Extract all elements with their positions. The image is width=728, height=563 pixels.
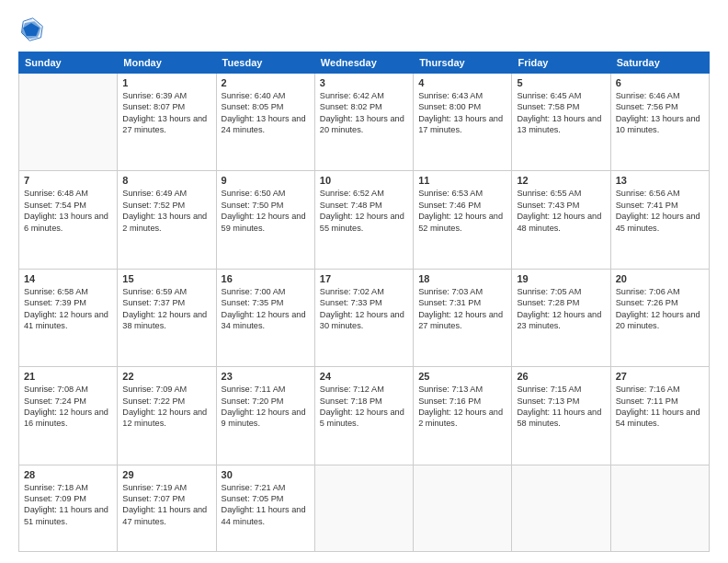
calendar-cell: 30Sunrise: 7:21 AMSunset: 7:05 PMDayligh… [216,465,314,551]
calendar-cell: 5Sunrise: 6:45 AMSunset: 7:58 PMDaylight… [512,74,610,171]
day-number: 30 [222,469,310,480]
weekday-header-row: SundayMondayTuesdayWednesdayThursdayFrid… [19,52,710,74]
calendar-cell: 6Sunrise: 6:46 AMSunset: 7:56 PMDaylight… [610,74,709,171]
day-info: Sunrise: 7:13 AMSunset: 7:16 PMDaylight:… [418,384,506,430]
calendar-cell: 17Sunrise: 7:02 AMSunset: 7:33 PMDayligh… [314,269,413,366]
day-number: 12 [517,175,605,186]
weekday-header-sunday: Sunday [19,52,118,74]
day-number: 3 [320,77,408,88]
day-info: Sunrise: 7:05 AMSunset: 7:28 PMDaylight:… [517,286,605,332]
calendar-cell [414,465,512,551]
day-number: 26 [517,371,605,382]
day-info: Sunrise: 6:56 AMSunset: 7:41 PMDaylight:… [616,188,704,234]
calendar-cell: 22Sunrise: 7:09 AMSunset: 7:22 PMDayligh… [118,367,216,465]
day-info: Sunrise: 7:03 AMSunset: 7:31 PMDaylight:… [418,286,506,332]
day-info: Sunrise: 6:42 AMSunset: 8:02 PMDaylight:… [320,90,408,136]
calendar-week-row: 28Sunrise: 7:18 AMSunset: 7:09 PMDayligh… [19,465,710,551]
logo [18,17,48,42]
day-number: 13 [616,175,704,186]
weekday-header-wednesday: Wednesday [314,52,413,74]
day-info: Sunrise: 7:00 AMSunset: 7:35 PMDaylight:… [222,286,310,332]
day-info: Sunrise: 6:40 AMSunset: 8:05 PMDaylight:… [222,90,310,136]
calendar-cell: 9Sunrise: 6:50 AMSunset: 7:50 PMDaylight… [216,171,314,269]
day-number: 28 [24,469,112,480]
calendar-cell [314,465,413,551]
day-number: 16 [222,273,310,284]
calendar-cell: 28Sunrise: 7:18 AMSunset: 7:09 PMDayligh… [19,465,118,551]
day-number: 1 [122,77,210,88]
day-info: Sunrise: 7:02 AMSunset: 7:33 PMDaylight:… [320,286,408,332]
calendar-cell: 4Sunrise: 6:43 AMSunset: 8:00 PMDaylight… [414,74,512,171]
day-number: 5 [517,77,605,88]
calendar-cell: 18Sunrise: 7:03 AMSunset: 7:31 PMDayligh… [414,269,512,366]
day-info: Sunrise: 6:39 AMSunset: 8:07 PMDaylight:… [122,90,210,136]
calendar-week-row: 14Sunrise: 6:58 AMSunset: 7:39 PMDayligh… [19,269,710,366]
day-number: 9 [222,175,310,186]
day-number: 6 [616,77,704,88]
calendar-cell: 21Sunrise: 7:08 AMSunset: 7:24 PMDayligh… [19,367,118,465]
day-number: 17 [320,273,408,284]
day-number: 20 [616,273,704,284]
calendar-cell [512,465,610,551]
calendar-cell: 25Sunrise: 7:13 AMSunset: 7:16 PMDayligh… [414,367,512,465]
calendar-cell: 20Sunrise: 7:06 AMSunset: 7:26 PMDayligh… [610,269,709,366]
calendar-cell: 19Sunrise: 7:05 AMSunset: 7:28 PMDayligh… [512,269,610,366]
calendar-cell: 15Sunrise: 6:59 AMSunset: 7:37 PMDayligh… [118,269,216,366]
day-info: Sunrise: 7:12 AMSunset: 7:18 PMDaylight:… [320,384,408,430]
day-number: 29 [122,469,210,480]
generalblue-logo-icon [18,17,44,42]
calendar-cell [19,74,118,171]
calendar-cell: 24Sunrise: 7:12 AMSunset: 7:18 PMDayligh… [314,367,413,465]
day-info: Sunrise: 7:21 AMSunset: 7:05 PMDaylight:… [222,482,310,528]
day-info: Sunrise: 7:08 AMSunset: 7:24 PMDaylight:… [24,384,112,430]
day-number: 10 [320,175,408,186]
day-info: Sunrise: 6:48 AMSunset: 7:54 PMDaylight:… [24,188,112,234]
calendar-table: SundayMondayTuesdayWednesdayThursdayFrid… [18,52,710,552]
day-number: 19 [517,273,605,284]
calendar-cell: 10Sunrise: 6:52 AMSunset: 7:48 PMDayligh… [314,171,413,269]
day-number: 2 [222,77,310,88]
day-number: 14 [24,273,112,284]
calendar-cell: 29Sunrise: 7:19 AMSunset: 7:07 PMDayligh… [118,465,216,551]
calendar-cell: 1Sunrise: 6:39 AMSunset: 8:07 PMDaylight… [118,74,216,171]
calendar-cell: 13Sunrise: 6:56 AMSunset: 7:41 PMDayligh… [610,171,709,269]
day-info: Sunrise: 6:46 AMSunset: 7:56 PMDaylight:… [616,90,704,136]
page-header [18,17,710,42]
day-info: Sunrise: 7:18 AMSunset: 7:09 PMDaylight:… [24,482,112,528]
calendar-week-row: 1Sunrise: 6:39 AMSunset: 8:07 PMDaylight… [19,74,710,171]
day-number: 24 [320,371,408,382]
calendar-cell: 11Sunrise: 6:53 AMSunset: 7:46 PMDayligh… [414,171,512,269]
day-info: Sunrise: 6:52 AMSunset: 7:48 PMDaylight:… [320,188,408,234]
day-number: 25 [418,371,506,382]
calendar-week-row: 7Sunrise: 6:48 AMSunset: 7:54 PMDaylight… [19,171,710,269]
day-number: 15 [122,273,210,284]
day-number: 7 [24,175,112,186]
day-number: 27 [616,371,704,382]
day-number: 4 [418,77,506,88]
calendar-cell: 7Sunrise: 6:48 AMSunset: 7:54 PMDaylight… [19,171,118,269]
weekday-header-thursday: Thursday [414,52,512,74]
calendar-cell: 23Sunrise: 7:11 AMSunset: 7:20 PMDayligh… [216,367,314,465]
day-info: Sunrise: 7:09 AMSunset: 7:22 PMDaylight:… [122,384,210,430]
calendar-cell: 16Sunrise: 7:00 AMSunset: 7:35 PMDayligh… [216,269,314,366]
calendar-cell [610,465,709,551]
day-info: Sunrise: 6:53 AMSunset: 7:46 PMDaylight:… [418,188,506,234]
weekday-header-friday: Friday [512,52,610,74]
day-number: 18 [418,273,506,284]
calendar-cell: 26Sunrise: 7:15 AMSunset: 7:13 PMDayligh… [512,367,610,465]
day-info: Sunrise: 6:50 AMSunset: 7:50 PMDaylight:… [222,188,310,234]
day-number: 8 [122,175,210,186]
day-info: Sunrise: 7:15 AMSunset: 7:13 PMDaylight:… [517,384,605,430]
calendar-week-row: 21Sunrise: 7:08 AMSunset: 7:24 PMDayligh… [19,367,710,465]
weekday-header-monday: Monday [118,52,216,74]
day-info: Sunrise: 7:19 AMSunset: 7:07 PMDaylight:… [122,482,210,528]
day-info: Sunrise: 7:11 AMSunset: 7:20 PMDaylight:… [222,384,310,430]
day-info: Sunrise: 6:49 AMSunset: 7:52 PMDaylight:… [122,188,210,234]
day-info: Sunrise: 6:59 AMSunset: 7:37 PMDaylight:… [122,286,210,332]
calendar-cell: 2Sunrise: 6:40 AMSunset: 8:05 PMDaylight… [216,74,314,171]
calendar-cell: 8Sunrise: 6:49 AMSunset: 7:52 PMDaylight… [118,171,216,269]
day-number: 23 [222,371,310,382]
calendar-cell: 3Sunrise: 6:42 AMSunset: 8:02 PMDaylight… [314,74,413,171]
day-info: Sunrise: 6:43 AMSunset: 8:00 PMDaylight:… [418,90,506,136]
day-info: Sunrise: 7:06 AMSunset: 7:26 PMDaylight:… [616,286,704,332]
